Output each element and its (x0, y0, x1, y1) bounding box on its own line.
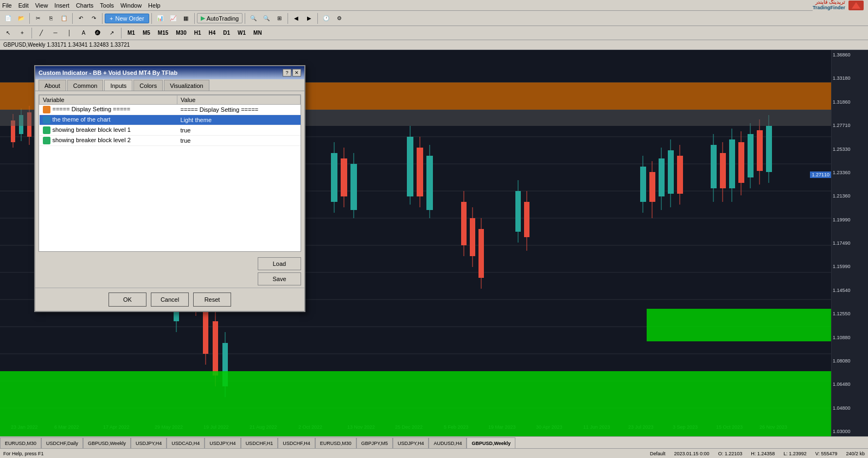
tab-inputs[interactable]: Inputs (104, 80, 132, 91)
current-price-tag: 1.27110 (810, 171, 831, 178)
line-tool[interactable]: ╱ (35, 27, 47, 39)
crosshair-tool[interactable]: + (16, 27, 28, 39)
cancel-button[interactable]: Cancel (151, 292, 189, 307)
sep3 (102, 13, 103, 24)
fit-button[interactable]: ⊞ (273, 12, 285, 24)
table-row[interactable]: the theme of the chartLight theme (40, 115, 301, 125)
green-band-mid (647, 309, 831, 341)
arrow-tool[interactable]: ↗ (106, 27, 118, 39)
new-order-button[interactable]: + New Order (105, 14, 149, 23)
menu-insert[interactable]: Insert (54, 2, 69, 9)
cell-variable: ===== Display Setting ===== (40, 105, 177, 115)
redo-button[interactable]: ↷ (88, 12, 100, 24)
tab-common[interactable]: Common (67, 80, 104, 91)
chart-btn1[interactable]: 📊 (154, 12, 166, 24)
tab-audusd-h4[interactable]: AUDUSD,H4 (429, 437, 467, 448)
label-tool[interactable]: 🅐 (92, 27, 104, 39)
sep7 (288, 13, 288, 24)
hline-tool[interactable]: ─ (49, 27, 61, 39)
price-label-14: 1.06480 (833, 381, 867, 387)
autotrading-button[interactable]: ▶ AutoTrading (197, 13, 243, 23)
paste-button[interactable]: 📋 (58, 12, 70, 24)
tf-mn[interactable]: MN (251, 28, 265, 39)
status-right: Default 2023.01.15 0:00 O: 1.22103 H: 1.… (650, 451, 865, 456)
tf-m30[interactable]: M30 (173, 28, 189, 39)
cursor-tool[interactable]: ↖ (2, 27, 14, 39)
cut-button[interactable]: ✂ (32, 12, 44, 24)
modal-close-button[interactable]: ✕ (292, 69, 301, 77)
zoom-in-button[interactable]: 🔍 (247, 12, 259, 24)
tab-gbpusd-weekly[interactable]: GBPUSD,Weekly (83, 437, 131, 448)
table-row[interactable]: showing breaker block level 2true (40, 136, 301, 146)
modal-table: Variable Value ===== Display Setting ===… (39, 95, 301, 146)
price-label-11: 1.12550 (833, 311, 867, 316)
chart-btn2[interactable]: 📈 (167, 12, 179, 24)
modal-table-container: Variable Value ===== Display Setting ===… (39, 94, 301, 252)
tab-colors[interactable]: Colors (133, 80, 163, 91)
tab-usdchf-h4[interactable]: USDCHF,H4 (278, 437, 315, 448)
ok-button[interactable]: OK (108, 292, 146, 307)
table-row[interactable]: showing breaker block level 1true (40, 125, 301, 136)
tab-gbpjpy-m5[interactable]: GBPJPY,M5 (356, 437, 393, 448)
tf-d1[interactable]: D1 (220, 28, 233, 39)
tab-gbpusd-weekly-active[interactable]: GBPUSD,Weekly (467, 437, 515, 448)
menu-help[interactable]: Help (148, 2, 161, 9)
menu-file[interactable]: File (2, 2, 12, 9)
tab-usdjpy-h4-2[interactable]: USDJPY,H4 (205, 437, 240, 448)
tsep2 (121, 28, 122, 39)
tab-usdjpy-h4[interactable]: USDJPY,H4 (131, 437, 167, 448)
sep2 (72, 13, 73, 24)
tf-m5[interactable]: M5 (140, 28, 153, 39)
tf-h1[interactable]: H1 (192, 28, 204, 39)
save-button[interactable]: Save (258, 272, 301, 285)
text-tool[interactable]: A (78, 27, 90, 39)
tabs-bar: EURUSD,M30 USDCHF,Daily GBPUSD,Weekly US… (0, 436, 868, 448)
reset-button[interactable]: Reset (193, 292, 231, 307)
menu-bar: File Edit View Insert Charts Tools Windo… (0, 0, 868, 11)
scroll-left-button[interactable]: ◀ (290, 12, 302, 24)
menu-view[interactable]: View (35, 2, 48, 9)
logo-text: تریدینگ فایندر TradingFinder (813, 0, 845, 11)
undo-button[interactable]: ↶ (75, 12, 87, 24)
clock-btn[interactable]: 🕐 (320, 12, 332, 24)
menu-tools[interactable]: Tools (100, 2, 114, 9)
price-label-2: 1.31860 (833, 99, 867, 105)
tab-eurusd-m30-2[interactable]: EURUSD,M30 (315, 437, 356, 448)
modal-help-button[interactable]: ? (283, 69, 291, 77)
play-icon: ▶ (201, 15, 205, 22)
row-icon (43, 116, 50, 124)
open-button[interactable]: 📂 (15, 12, 27, 24)
price-axis: 1.36860 1.33180 1.31860 1.27710 1.25330 … (831, 50, 868, 436)
menu-edit[interactable]: Edit (18, 2, 29, 9)
datetime-label: 2023.01.15 0:00 (674, 451, 710, 456)
tf-m1[interactable]: M1 (125, 28, 138, 39)
zoom-out-button[interactable]: 🔍 (260, 12, 272, 24)
tf-w1[interactable]: W1 (235, 28, 248, 39)
table-row[interactable]: ===== Display Setting ========== Display… (40, 105, 301, 115)
new-file-button[interactable]: 📄 (2, 12, 14, 24)
tab-usdjpy-h4-3[interactable]: USDJPY,H4 (393, 437, 429, 448)
vline-tool[interactable]: │ (63, 27, 75, 39)
tf-m15[interactable]: M15 (155, 28, 171, 39)
modal-tabs: About Common Inputs Colors Visualization (35, 79, 304, 91)
scroll-right-button[interactable]: ▶ (303, 12, 315, 24)
chart-btn3[interactable]: ▦ (180, 12, 192, 24)
menu-window[interactable]: Window (120, 2, 142, 9)
sep4 (151, 13, 152, 24)
copy-button[interactable]: ⎘ (45, 12, 57, 24)
sep8 (317, 13, 318, 24)
settings-button[interactable]: ⚙ (333, 12, 345, 24)
tab-usdchf-h1[interactable]: USDCHF,H1 (241, 437, 278, 448)
toolbar1: 📄 📂 ✂ ⎘ 📋 ↶ ↷ + New Order 📊 📈 ▦ ▶ AutoTr… (0, 11, 868, 26)
chart-area[interactable]: 1.27110 (0, 50, 868, 436)
tab-about[interactable]: About (39, 80, 66, 91)
tab-eurusd-m30[interactable]: EURUSD,M30 (0, 437, 41, 448)
tab-usdcad-h4[interactable]: USDCAD,H4 (167, 437, 205, 448)
tf-h4[interactable]: H4 (206, 28, 219, 39)
tsep1 (31, 28, 32, 39)
tab-visualization[interactable]: Visualization (164, 80, 209, 91)
tab-usdchf-daily[interactable]: USDCHF,Daily (41, 437, 83, 448)
load-button[interactable]: Load (258, 257, 301, 270)
menu-charts[interactable]: Charts (76, 2, 93, 9)
sep6 (245, 13, 245, 24)
